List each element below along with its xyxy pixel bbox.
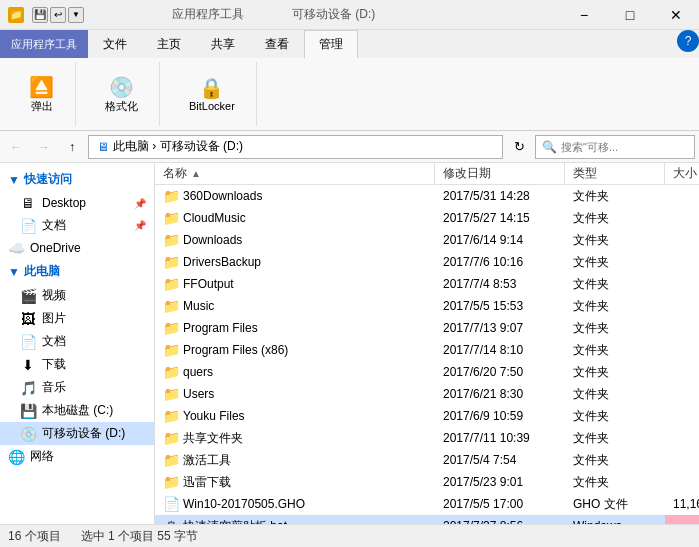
file-name-cell: 📁Users bbox=[155, 383, 435, 405]
table-row[interactable]: 📁FFOutput2017/7/4 8:53文件夹 bbox=[155, 273, 699, 295]
bitlocker-btn[interactable]: 🔒 BitLocker bbox=[180, 71, 244, 117]
close-button[interactable]: ✕ bbox=[653, 0, 699, 30]
table-row[interactable]: 📁360Downloads2017/5/31 14:28文件夹 bbox=[155, 185, 699, 207]
search-icon: 🔍 bbox=[542, 140, 557, 154]
file-name-cell: 📁激活工具 bbox=[155, 449, 435, 471]
col-header-size[interactable]: 大小 bbox=[665, 163, 699, 184]
sidebar-item-pictures[interactable]: 🖼 图片 bbox=[0, 307, 154, 330]
file-size-cell bbox=[665, 405, 699, 427]
folder-icon: 📁 bbox=[163, 232, 179, 248]
sidebar-item-local-disk[interactable]: 💾 本地磁盘 (C:) bbox=[0, 399, 154, 422]
table-row[interactable]: 📁激活工具2017/5/4 7:54文件夹 bbox=[155, 449, 699, 471]
file-name: FFOutput bbox=[183, 277, 234, 291]
sidebar-item-onedrive[interactable]: ☁️ OneDrive bbox=[0, 237, 154, 259]
table-row[interactable]: 📁Youku Files2017/6/9 10:59文件夹 bbox=[155, 405, 699, 427]
table-row[interactable]: 📁CloudMusic2017/5/27 14:15文件夹 bbox=[155, 207, 699, 229]
ribbon: 应用程序工具 文件 主页 共享 查看 管理 ? ⏏️ 弹出 💿 格式化 🔒 Bi… bbox=[0, 30, 699, 131]
file-name: Downloads bbox=[183, 233, 242, 247]
sidebar-item-downloads[interactable]: ⬇ 下载 bbox=[0, 353, 154, 376]
sidebar-item-docs2[interactable]: 📄 文档 bbox=[0, 330, 154, 353]
format-btn[interactable]: 💿 格式化 bbox=[96, 70, 147, 119]
tab-manage[interactable]: 管理 bbox=[304, 30, 358, 58]
table-row[interactable]: 📁Music2017/5/5 15:53文件夹 bbox=[155, 295, 699, 317]
col-header-type[interactable]: 类型 bbox=[565, 163, 665, 184]
file-type-cell: 文件夹 bbox=[565, 317, 665, 339]
search-input[interactable] bbox=[561, 141, 688, 153]
sidebar-network-label: 网络 bbox=[30, 448, 54, 465]
tab-share[interactable]: 共享 bbox=[196, 30, 250, 58]
quick-access-header[interactable]: ▼ 快速访问 bbox=[0, 167, 154, 192]
file-name-cell: 📁quers bbox=[155, 361, 435, 383]
file-size-cell bbox=[665, 383, 699, 405]
table-row[interactable]: 📁Program Files (x86)2017/7/14 8:10文件夹 bbox=[155, 339, 699, 361]
sidebar-removable-label: 可移动设备 (D:) bbox=[42, 425, 125, 442]
window-controls: − □ ✕ bbox=[561, 0, 699, 30]
tab-view[interactable]: 查看 bbox=[250, 30, 304, 58]
table-row[interactable]: 📁共享文件夹2017/7/11 10:39文件夹 bbox=[155, 427, 699, 449]
table-row[interactable]: 📁quers2017/6/20 7:50文件夹 bbox=[155, 361, 699, 383]
file-type-cell: 文件夹 bbox=[565, 405, 665, 427]
address-path-text: 此电脑 › 可移动设备 (D:) bbox=[113, 138, 243, 155]
forward-button[interactable]: → bbox=[32, 135, 56, 159]
file-name-cell: 📁共享文件夹 bbox=[155, 427, 435, 449]
refresh-button[interactable]: ↻ bbox=[507, 135, 531, 159]
tab-app-tool[interactable]: 应用程序工具 bbox=[0, 30, 88, 58]
sidebar-item-documents[interactable]: 📄 文档 📌 bbox=[0, 214, 154, 237]
table-row[interactable]: 📁Program Files2017/7/13 9:07文件夹 bbox=[155, 317, 699, 339]
sort-arrow: ▲ bbox=[191, 168, 201, 179]
minimize-button[interactable]: − bbox=[561, 0, 607, 30]
sidebar-item-music[interactable]: 🎵 音乐 bbox=[0, 376, 154, 399]
file-type-cell: 文件夹 bbox=[565, 185, 665, 207]
file-name: 共享文件夹 bbox=[183, 430, 243, 447]
eject-icon: ⏏️ bbox=[29, 75, 54, 99]
ribbon-group-2: 💿 格式化 bbox=[84, 62, 160, 126]
file-size-cell bbox=[665, 251, 699, 273]
folder-icon: 📁 bbox=[163, 210, 179, 226]
folder-icon: 📁 bbox=[163, 276, 179, 292]
file-name-cell: 📁CloudMusic bbox=[155, 207, 435, 229]
table-row[interactable]: 📁Users2017/6/21 8:30文件夹 bbox=[155, 383, 699, 405]
maximize-button[interactable]: □ bbox=[607, 0, 653, 30]
selected-info: 选中 1 个项目 55 字节 bbox=[81, 528, 198, 545]
help-button[interactable]: ? bbox=[677, 30, 699, 52]
table-row[interactable]: 📄Win10-20170505.GHO2017/5/5 17:00GHO 文件1… bbox=[155, 493, 699, 515]
file-type-cell: Windows ... bbox=[565, 515, 665, 524]
sidebar-item-removable[interactable]: 💿 可移动设备 (D:) bbox=[0, 422, 154, 445]
file-size-cell bbox=[665, 295, 699, 317]
sidebar-pictures-label: 图片 bbox=[42, 310, 66, 327]
col-header-name[interactable]: 名称 ▲ bbox=[155, 163, 435, 184]
quick-access-toolbar: 💾 ↩ ▼ bbox=[32, 7, 84, 23]
item-count: 16 个项目 bbox=[8, 528, 61, 545]
undo-btn[interactable]: ↩ bbox=[50, 7, 66, 23]
folder-icon: 📁 bbox=[163, 342, 179, 358]
this-pc-header[interactable]: ▼ 此电脑 bbox=[0, 259, 154, 284]
file-name-cell: 📁DriversBackup bbox=[155, 251, 435, 273]
dropdown-btn[interactable]: ▼ bbox=[68, 7, 84, 23]
sidebar-item-desktop[interactable]: 🖥 Desktop 📌 bbox=[0, 192, 154, 214]
col-header-date[interactable]: 修改日期 bbox=[435, 163, 565, 184]
back-button[interactable]: ← bbox=[4, 135, 28, 159]
quick-save-btn[interactable]: 💾 bbox=[32, 7, 48, 23]
file-date-cell: 2017/7/14 8:10 bbox=[435, 339, 565, 361]
eject-btn[interactable]: ⏏️ 弹出 bbox=[20, 70, 63, 119]
table-row[interactable]: 📁迅雷下载2017/5/23 9:01文件夹 bbox=[155, 471, 699, 493]
file-name-cell: 📁Downloads bbox=[155, 229, 435, 251]
file-date-cell: 2017/7/6 10:16 bbox=[435, 251, 565, 273]
tab-file[interactable]: 文件 bbox=[88, 30, 142, 58]
table-row[interactable]: 📁Downloads2017/6/14 9:14文件夹 bbox=[155, 229, 699, 251]
file-size-cell bbox=[665, 361, 699, 383]
search-box[interactable]: 🔍 bbox=[535, 135, 695, 159]
sidebar-music-label: 音乐 bbox=[42, 379, 66, 396]
network-icon: 🌐 bbox=[8, 449, 24, 465]
tab-home[interactable]: 主页 bbox=[142, 30, 196, 58]
sidebar-item-network[interactable]: 🌐 网络 bbox=[0, 445, 154, 468]
folder-icon: 📁 bbox=[163, 430, 179, 446]
up-button[interactable]: ↑ bbox=[60, 135, 84, 159]
table-row[interactable]: ⚙快速清空剪贴板.bat2017/7/27 8:56Windows ... bbox=[155, 515, 699, 524]
address-path[interactable]: 🖥 此电脑 › 可移动设备 (D:) bbox=[88, 135, 503, 159]
pin-icon: 📌 bbox=[134, 198, 146, 209]
file-date-cell: 2017/5/31 14:28 bbox=[435, 185, 565, 207]
sidebar-item-video[interactable]: 🎬 视频 bbox=[0, 284, 154, 307]
title-bar-left: 💾 ↩ ▼ 应用程序工具 可移动设备 (D:) bbox=[8, 6, 375, 23]
table-row[interactable]: 📁DriversBackup2017/7/6 10:16文件夹 bbox=[155, 251, 699, 273]
